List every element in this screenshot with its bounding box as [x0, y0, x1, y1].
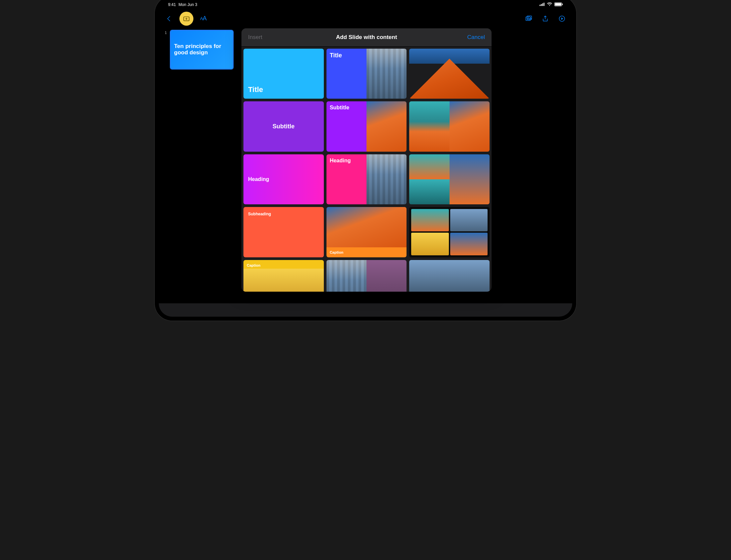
slide-navigator: 1 Ten principles for good design [165, 30, 235, 69]
template-subtitle-split[interactable]: Subtitle [326, 101, 407, 151]
slide-thumb[interactable]: 1 Ten principles for good design [165, 30, 235, 69]
template-label: Subtitle [272, 123, 294, 130]
status-date: Mon Jun 3 [178, 2, 197, 7]
format-small-a: A [200, 16, 203, 21]
svg-rect-2 [542, 3, 543, 6]
status-bar: 9:41 Mon Jun 3 [159, 0, 572, 9]
template-grid: Title Title Subtitle Subtitle [243, 49, 490, 292]
play-button[interactable] [558, 15, 566, 22]
signal-icon [540, 2, 545, 7]
home-indicator-area [159, 303, 572, 317]
insert-label: Insert [248, 34, 262, 41]
format-big-a: A [203, 15, 206, 22]
modal-header: Insert Add Slide with content Cancel [241, 28, 492, 47]
template-label: Title [248, 85, 263, 94]
modal-title: Add Slide with content [336, 34, 397, 41]
template-caption-bottom[interactable]: Caption [326, 207, 407, 257]
template-label: Caption [247, 263, 260, 267]
svg-rect-6 [555, 3, 561, 6]
status-time: 9:41 [168, 2, 176, 7]
add-slide-button[interactable] [179, 12, 193, 26]
text-format-button[interactable]: AA [200, 15, 206, 22]
svg-marker-15 [561, 17, 563, 20]
cancel-button[interactable]: Cancel [467, 34, 485, 41]
template-three-photos[interactable] [409, 154, 490, 204]
svg-rect-0 [540, 5, 541, 6]
template-label: Subtitle [330, 105, 349, 111]
template-scroll[interactable]: Title Title Subtitle Subtitle [241, 47, 492, 292]
template-label: Title [330, 52, 342, 59]
template-caption-top[interactable]: Caption [243, 260, 324, 292]
app-toolbar: AA [159, 9, 572, 28]
svg-point-13 [528, 17, 529, 17]
template-subtitle-photo[interactable]: SUBTITLE [409, 260, 490, 292]
template-subheading[interactable]: Subheading [243, 207, 324, 257]
media-button[interactable] [525, 15, 532, 22]
add-slide-modal: Insert Add Slide with content Cancel Tit… [241, 28, 492, 292]
svg-rect-1 [541, 4, 542, 6]
template-title-solid[interactable]: Title [243, 49, 324, 99]
template-label: Heading [248, 176, 269, 182]
back-button[interactable] [165, 15, 173, 22]
template-two-photos[interactable] [409, 101, 490, 151]
template-four-photos[interactable] [409, 207, 490, 257]
wifi-icon [547, 2, 552, 7]
template-label: Caption [330, 250, 343, 254]
slide-number: 1 [165, 31, 167, 35]
template-subtitle-solid[interactable]: Subtitle [243, 101, 324, 151]
ipad-frame: 9:41 Mon Jun 3 [159, 0, 572, 317]
svg-rect-3 [544, 3, 545, 6]
template-photo-full[interactable] [409, 49, 490, 99]
template-label: Heading [330, 158, 351, 164]
template-title-split[interactable]: Title [326, 49, 407, 99]
share-button[interactable] [542, 15, 549, 22]
template-heading-split[interactable]: Heading [326, 154, 407, 204]
slide-title: Ten principles for good design [174, 43, 229, 56]
template-two-wide[interactable] [326, 260, 407, 292]
template-label: Subheading [248, 212, 271, 216]
battery-icon [554, 2, 563, 7]
svg-point-4 [549, 5, 550, 6]
svg-rect-7 [562, 3, 563, 5]
template-heading-solid[interactable]: Heading [243, 154, 324, 204]
